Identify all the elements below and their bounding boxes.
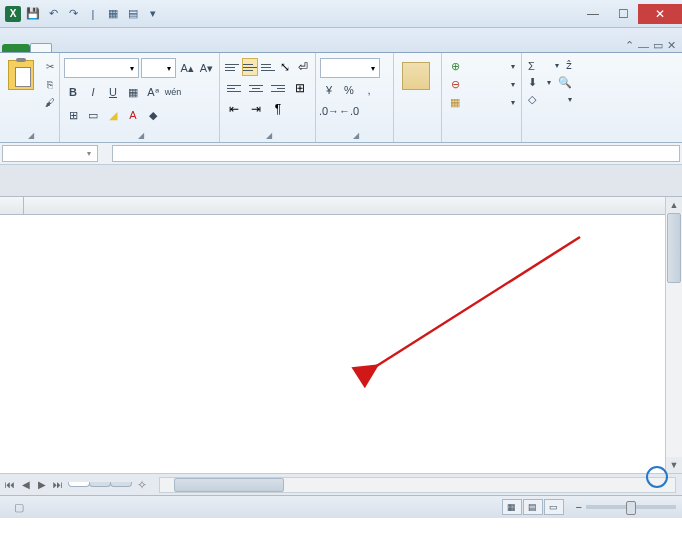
autosum-button[interactable]: Σ▾ẑ: [526, 58, 574, 73]
currency-icon[interactable]: ¥: [320, 81, 338, 99]
view-normal-icon[interactable]: ▦: [502, 499, 522, 515]
tab-addins[interactable]: [192, 44, 212, 52]
font-name-combo[interactable]: ▾: [64, 58, 139, 78]
formula-input[interactable]: [112, 145, 680, 162]
macro-record-icon[interactable]: ▢: [14, 501, 24, 514]
comma-icon[interactable]: ,: [360, 81, 378, 99]
font-launcher-icon[interactable]: ◢: [138, 131, 144, 140]
tab-layout[interactable]: [72, 44, 92, 52]
scroll-up-icon[interactable]: ▲: [666, 197, 682, 213]
font-color-icon[interactable]: A: [124, 106, 142, 124]
copy-icon[interactable]: ⎘: [41, 76, 59, 92]
tab-insert[interactable]: [52, 44, 72, 52]
select-all-corner[interactable]: [0, 197, 24, 214]
format-painter-icon[interactable]: 🖌: [41, 94, 59, 110]
hscroll-thumb[interactable]: [174, 478, 284, 492]
ribbon-min-icon[interactable]: ⌃: [625, 39, 634, 52]
tab-view[interactable]: [152, 44, 172, 52]
qat-dropdown-icon[interactable]: ▾: [144, 5, 162, 23]
tab-home[interactable]: [30, 43, 52, 52]
tab-loadtest[interactable]: [212, 44, 232, 52]
qat-custom2-icon[interactable]: ▤: [124, 5, 142, 23]
tab-dev[interactable]: [172, 44, 192, 52]
file-tab[interactable]: [2, 44, 30, 52]
decrease-decimal-icon[interactable]: ←.0: [340, 102, 358, 120]
underline-button[interactable]: U: [104, 83, 122, 101]
merge-icon[interactable]: ⊞: [290, 79, 310, 97]
redo-icon[interactable]: ↷: [64, 5, 82, 23]
sheet-prev-icon[interactable]: ◀: [18, 479, 34, 490]
tab-team[interactable]: [232, 44, 252, 52]
undo-icon[interactable]: ↶: [44, 5, 62, 23]
align-middle-icon[interactable]: [242, 58, 258, 76]
fill-color-icon[interactable]: ◢: [104, 106, 122, 124]
maximize-button[interactable]: ☐: [608, 4, 638, 24]
mdi-min-icon[interactable]: —: [638, 40, 649, 52]
format-cells-button[interactable]: ▦▾: [446, 94, 517, 110]
clear-button[interactable]: ◇▾: [526, 92, 574, 107]
border-icon[interactable]: ▦: [124, 83, 142, 101]
qat-custom1-icon[interactable]: ▦: [104, 5, 122, 23]
border-style-icon[interactable]: ▭: [84, 106, 102, 124]
horizontal-scrollbar[interactable]: [159, 477, 676, 493]
insert-cells-button[interactable]: ⊕▾: [446, 58, 517, 74]
scroll-track[interactable]: [666, 213, 682, 457]
vertical-scrollbar[interactable]: ▲ ▼: [665, 197, 682, 473]
percent-icon[interactable]: %: [340, 81, 358, 99]
orientation-icon[interactable]: ⤡: [278, 58, 294, 76]
align-launcher-icon[interactable]: ◢: [266, 131, 272, 140]
view-pagebreak-icon[interactable]: ▭: [544, 499, 564, 515]
mdi-close-icon[interactable]: ✕: [667, 39, 676, 52]
increase-indent-icon[interactable]: ⇥: [246, 100, 266, 118]
delete-cells-button[interactable]: ⊖▾: [446, 76, 517, 92]
zoom-slider[interactable]: [586, 505, 676, 509]
wrap-text-icon[interactable]: ⏎: [295, 58, 311, 76]
border-bottom-icon[interactable]: ⊞: [64, 106, 82, 124]
tab-data[interactable]: [112, 44, 132, 52]
sort-icon[interactable]: ẑ: [566, 59, 572, 72]
align-bottom-icon[interactable]: [260, 58, 276, 76]
excel-app-icon[interactable]: X: [4, 5, 22, 23]
rtl-icon[interactable]: ¶: [268, 100, 288, 118]
save-icon[interactable]: 💾: [24, 5, 42, 23]
number-launcher-icon[interactable]: ◢: [353, 131, 359, 140]
increase-decimal-icon[interactable]: .0→: [320, 102, 338, 120]
paste-button[interactable]: [4, 58, 38, 94]
minimize-button[interactable]: —: [578, 4, 608, 24]
superscript-icon[interactable]: Aᵃ: [144, 83, 162, 101]
align-right-icon[interactable]: [268, 79, 288, 97]
close-button[interactable]: ✕: [638, 4, 682, 24]
italic-button[interactable]: I: [84, 83, 102, 101]
shrink-font-icon[interactable]: A▾: [198, 59, 215, 77]
sheet-next-icon[interactable]: ▶: [34, 479, 50, 490]
sheet-tab-2[interactable]: [89, 482, 111, 487]
sheet-tab-3[interactable]: [110, 482, 132, 487]
name-box-dropdown-icon[interactable]: ▾: [87, 149, 91, 158]
grid-main[interactable]: [0, 197, 665, 473]
clipboard-launcher-icon[interactable]: ◢: [28, 131, 34, 140]
find-icon[interactable]: 🔍: [558, 76, 572, 89]
sheet-first-icon[interactable]: ⏮: [2, 479, 18, 490]
sheet-tab-1[interactable]: [68, 482, 90, 487]
align-top-icon[interactable]: [224, 58, 240, 76]
grow-font-icon[interactable]: A▴: [178, 59, 195, 77]
font-size-combo[interactable]: ▾: [141, 58, 176, 78]
phonetic-icon[interactable]: wén: [164, 83, 182, 101]
scroll-down-icon[interactable]: ▼: [666, 457, 682, 473]
sheet-last-icon[interactable]: ⏭: [50, 479, 66, 490]
align-left-icon[interactable]: [224, 79, 244, 97]
bold-button[interactable]: B: [64, 83, 82, 101]
new-sheet-icon[interactable]: ✧: [131, 478, 153, 492]
zoom-out-icon[interactable]: −: [576, 501, 582, 513]
clear-format-icon[interactable]: ◆: [144, 106, 162, 124]
name-box[interactable]: ▾: [2, 145, 98, 162]
tab-formulas[interactable]: [92, 44, 112, 52]
view-layout-icon[interactable]: ▤: [523, 499, 543, 515]
decrease-indent-icon[interactable]: ⇤: [224, 100, 244, 118]
align-center-icon[interactable]: [246, 79, 266, 97]
cut-icon[interactable]: ✂: [41, 58, 59, 74]
mdi-restore-icon[interactable]: ▭: [653, 39, 663, 52]
tab-review[interactable]: [132, 44, 152, 52]
scroll-thumb[interactable]: [667, 213, 681, 283]
number-format-combo[interactable]: ▾: [320, 58, 380, 78]
